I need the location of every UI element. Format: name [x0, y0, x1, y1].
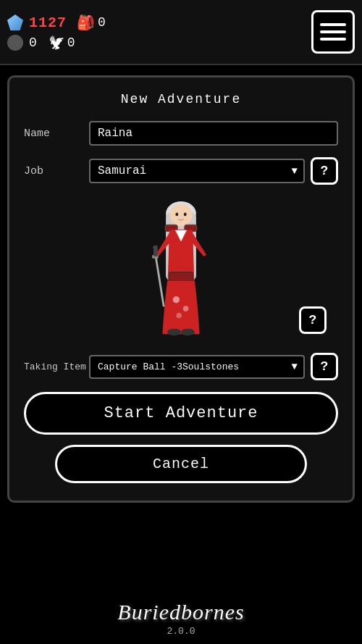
bag-group: 🎒 0	[77, 14, 106, 32]
job-row: Job Samurai Warrior Mage Archer Priest ▼…	[24, 157, 338, 185]
branding: Buriedbornes 2.0.0	[0, 600, 362, 637]
bottom-right-value: 0	[67, 35, 75, 50]
hud-left: 1127 🎒 0 0 🦅 0	[7, 14, 311, 51]
character-image	[134, 200, 228, 338]
name-input[interactable]	[89, 121, 338, 146]
coin-icon	[7, 35, 23, 51]
svg-point-14	[167, 329, 181, 336]
character-area: ?	[24, 196, 338, 341]
job-help-button[interactable]: ?	[311, 157, 338, 185]
gems-value: 1127	[29, 14, 67, 31]
taking-help-button[interactable]: ?	[311, 353, 338, 380]
bag-icon: 🎒	[77, 14, 95, 32]
name-label: Name	[24, 127, 89, 140]
svg-point-10	[176, 313, 182, 319]
gem-icon	[7, 14, 23, 30]
job-select-wrap: Samurai Warrior Mage Archer Priest ▼	[89, 159, 305, 183]
bottom-left-value: 0	[29, 35, 37, 50]
taking-select-wrap: Capture Ball -3Soulstones None Health Po…	[89, 355, 305, 379]
new-adventure-dialog: New Adventure Name Job Samurai Warrior M…	[7, 75, 355, 503]
top-right-value: 0	[98, 15, 106, 30]
hud-row-bottom: 0 🦅 0	[7, 35, 311, 51]
taking-select[interactable]: Capture Ball -3Soulstones None Health Po…	[89, 355, 305, 379]
hud-bar: 1127 🎒 0 0 🦅 0	[0, 0, 362, 65]
start-adventure-button[interactable]: Start Adventure	[24, 392, 338, 435]
brand-version: 2.0.0	[0, 626, 362, 637]
svg-point-8	[173, 296, 180, 304]
taking-item-row: Taking Item Capture Ball -3Soulstones No…	[24, 353, 338, 380]
name-row: Name	[24, 121, 338, 146]
hud-row-top: 1127 🎒 0	[7, 14, 311, 32]
svg-point-2	[170, 204, 192, 226]
cancel-button[interactable]: Cancel	[55, 445, 306, 483]
menu-line-3	[320, 38, 346, 41]
brand-title: Buriedbornes	[0, 600, 362, 624]
bird-icon: 🦅	[49, 35, 64, 51]
dialog-title: New Adventure	[24, 92, 338, 106]
taking-label: Taking Item	[24, 361, 89, 372]
job-label: Job	[24, 165, 89, 177]
svg-point-4	[184, 213, 187, 217]
svg-rect-7	[169, 272, 193, 282]
job-select[interactable]: Samurai Warrior Mage Archer Priest	[89, 159, 305, 183]
svg-point-3	[175, 213, 178, 217]
svg-point-15	[181, 329, 195, 336]
character-help-button[interactable]: ?	[299, 306, 327, 334]
menu-line-1	[320, 23, 346, 26]
svg-point-9	[183, 306, 189, 311]
hud-right	[311, 10, 355, 54]
bird-group: 🦅 0	[49, 35, 75, 51]
menu-line-2	[320, 30, 346, 33]
svg-rect-13	[153, 246, 158, 256]
menu-button[interactable]	[311, 10, 355, 54]
